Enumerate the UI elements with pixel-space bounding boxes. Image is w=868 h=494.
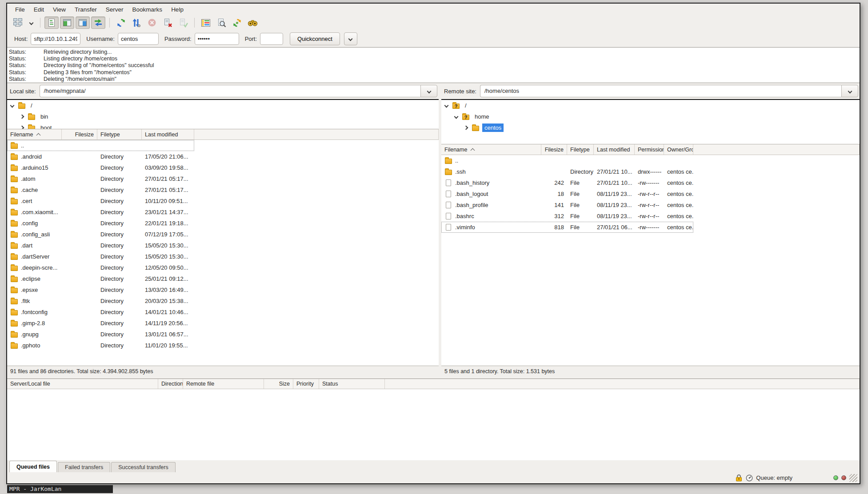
remote-summary: 5 files and 1 directory. Total size: 1.5… (441, 366, 860, 376)
column-header-last-modified[interactable]: Last modified (142, 129, 194, 139)
menu-bookmarks[interactable]: Bookmarks (128, 4, 167, 15)
menu-file[interactable]: File (11, 4, 29, 15)
tab-failed-transfers[interactable]: Failed transfers (58, 462, 110, 472)
file-row-eclipse[interactable]: .eclipseDirectory25/01/21 09:12... (7, 273, 194, 284)
local-site-path[interactable]: /home/mgpnata/ (40, 85, 420, 97)
filename-text: .gphoto (21, 342, 40, 349)
toggle-local-tree-button[interactable] (60, 16, 74, 29)
column-header-direction[interactable]: Direction (158, 379, 183, 389)
chevron-right-icon[interactable] (20, 126, 24, 129)
reconnect-button[interactable] (176, 16, 190, 29)
size-cell: 312 (541, 213, 567, 219)
resize-grip[interactable] (849, 474, 857, 482)
tree-item-bin[interactable]: bin (7, 111, 439, 122)
file-row-com-xiaomit[interactable]: .com.xiaomit...Directory23/01/21 14:37..… (7, 207, 194, 218)
file-row-bashrc[interactable]: .bashrc312File08/11/19 23...-rw-r--r--ce… (441, 211, 693, 222)
file-row-bash-profile[interactable]: .bash_profile141File08/11/19 23...-rw-r-… (441, 199, 693, 211)
menu-edit[interactable]: Edit (29, 4, 48, 15)
host-input[interactable] (31, 33, 80, 45)
file-row-gnupg[interactable]: .gnupgDirectory13/01/21 06:57... (7, 329, 194, 340)
tab-successful-transfers[interactable]: Successful transfers (111, 462, 176, 472)
column-header-owner-grou[interactable]: Owner/Grou (664, 144, 693, 155)
directory-comparison-button[interactable] (245, 16, 260, 29)
site-manager-dropdown-button[interactable] (26, 16, 36, 29)
file-row-android[interactable]: .androidDirectory17/05/20 21:06... (7, 151, 194, 162)
process-queue-button[interactable] (129, 16, 144, 29)
file-row-gphoto[interactable]: .gphotoDirectory11/01/20 19:55... (7, 340, 194, 351)
file-row-dart[interactable]: .dartDirectory15/05/20 15:30... (7, 240, 194, 251)
toggle-remote-tree-button[interactable] (76, 16, 90, 29)
quickconnect-button[interactable]: Quickconnect (290, 32, 340, 45)
menu-transfer[interactable]: Transfer (70, 4, 101, 15)
file-row-bash-logout[interactable]: .bash_logout18File08/11/19 23...-rw-r--r… (441, 188, 693, 199)
column-header-filesize[interactable]: Filesize (541, 144, 567, 155)
file-row-config-asli[interactable]: .config_asliDirectory07/12/19 17:05... (7, 229, 194, 240)
file-row-dartserver[interactable]: .dartServerDirectory15/05/20 15:30... (7, 251, 194, 262)
column-header-last-modified[interactable]: Last modified (594, 144, 635, 155)
speed-limits-icon[interactable] (746, 474, 753, 482)
tree-item-boot[interactable]: boot (7, 122, 439, 129)
column-header-permissions[interactable]: Permissions (635, 144, 664, 155)
file-row-gimp-2-8[interactable]: .gimp-2.8Directory14/11/19 20:56... (7, 318, 194, 329)
remote-site-path[interactable]: /home/centos (480, 85, 841, 97)
chevron-down-icon (848, 89, 852, 93)
file-row-deepin-scre[interactable]: .deepin-scre...Directory12/05/20 09:50..… (7, 262, 194, 273)
column-header-size[interactable]: Size (264, 379, 293, 389)
file-row-ssh[interactable]: .sshDirectory27/01/21 10...drwx------cen… (441, 166, 693, 177)
column-header-filesize[interactable]: Filesize (62, 129, 97, 139)
remote-site-dropdown-button[interactable] (841, 85, 858, 97)
file-row-cert[interactable]: .certDirectory10/11/20 09:51... (7, 195, 194, 207)
column-header-priority[interactable]: Priority (293, 379, 319, 389)
column-header-remote-file[interactable]: Remote file (183, 379, 264, 389)
chevron-down-icon[interactable] (454, 115, 459, 119)
menu-view[interactable]: View (48, 4, 70, 15)
password-input[interactable] (195, 33, 239, 45)
chevron-down-icon[interactable] (444, 104, 449, 108)
tab-queued-files[interactable]: Queued files (9, 461, 57, 472)
local-site-dropdown-button[interactable] (420, 85, 437, 97)
tree-item-[interactable]: / (7, 100, 439, 111)
directory-listing-filters-button[interactable] (199, 16, 213, 29)
chevron-right-icon[interactable] (464, 126, 468, 130)
toggle-transfer-queue-button[interactable] (91, 16, 105, 29)
column-header-status[interactable]: Status (319, 379, 385, 389)
file-row-cache[interactable]: .cacheDirectory27/01/21 05:17... (7, 184, 194, 195)
chevron-right-icon[interactable] (20, 115, 24, 119)
column-header-filename[interactable]: Filename (441, 144, 541, 155)
file-row-config[interactable]: .configDirectory22/01/21 19:18... (7, 218, 194, 229)
chevron-down-icon[interactable] (10, 104, 15, 108)
local-site-combobox[interactable]: /home/mgpnata/ (40, 85, 437, 97)
file-row-[interactable]: .. (441, 155, 693, 166)
file-row-fltk[interactable]: .fltkDirectory20/03/20 15:38... (7, 295, 194, 307)
remote-site-combobox[interactable]: /home/centos (480, 85, 858, 97)
menu-server[interactable]: Server (101, 4, 128, 15)
transfer-queue-icon (94, 18, 103, 27)
disconnect-button[interactable] (160, 16, 175, 29)
tree-item-centos[interactable]: centos (441, 122, 860, 133)
file-row-atom[interactable]: .atomDirectory27/01/21 05:17... (7, 173, 194, 184)
cancel-operation-button[interactable] (145, 16, 159, 29)
column-header-filename[interactable]: Filename (7, 129, 62, 139)
tree-item-label: centos (482, 124, 504, 132)
tree-item-[interactable]: / (441, 100, 860, 111)
tree-item-home[interactable]: home (441, 111, 860, 122)
file-row-viminfo[interactable]: .viminfo818File27/01/21 06...-rw-------c… (441, 222, 693, 233)
column-header-server-local-file[interactable]: Server/Local file (7, 379, 158, 389)
menu-help[interactable]: Help (167, 4, 188, 15)
file-search-button[interactable] (214, 16, 228, 29)
column-header-filetype[interactable]: Filetype (567, 144, 594, 155)
username-input[interactable] (118, 33, 159, 45)
file-row-[interactable]: .. (7, 140, 194, 151)
synchronized-browsing-button[interactable] (230, 16, 244, 29)
column-header-filetype[interactable]: Filetype (97, 129, 142, 139)
file-row-epsxe[interactable]: .epsxeDirectory13/03/20 16:49... (7, 284, 194, 295)
refresh-button[interactable] (114, 16, 128, 29)
file-row-arduino15[interactable]: .arduino15Directory03/09/20 19:58... (7, 162, 194, 173)
file-row-fontconfig[interactable]: .fontconfigDirectory14/01/21 10:46... (7, 307, 194, 318)
folder-icon (11, 243, 18, 249)
quickconnect-dropdown-button[interactable] (344, 32, 357, 45)
port-input[interactable] (260, 33, 283, 45)
toggle-message-log-button[interactable] (44, 16, 59, 29)
file-row-bash-history[interactable]: .bash_history242File27/01/21 10...-rw---… (441, 177, 693, 188)
site-manager-button[interactable] (11, 16, 25, 29)
